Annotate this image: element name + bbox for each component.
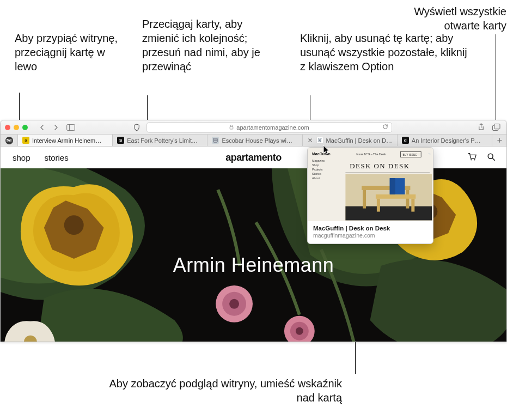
share-button[interactable] (475, 123, 487, 132)
svg-rect-2 (230, 126, 234, 129)
toolbar: apartamentomagazine.com (1, 120, 506, 135)
search-icon[interactable] (487, 153, 496, 163)
minimize-window-button[interactable] (14, 125, 19, 130)
tab-overview-button[interactable] (490, 123, 502, 132)
svg-text:Stories: Stories (312, 172, 321, 175)
tab-label: An Interior Designer's P… (412, 137, 487, 144)
site-nav-shop[interactable]: shop (13, 153, 30, 162)
forward-button[interactable] (51, 123, 62, 132)
svg-text:Projects: Projects (312, 168, 323, 171)
svg-text:DESK ON DESK: DESK ON DESK (350, 162, 410, 170)
tab-preview-caption: MacGuffin | Desk on Desk macguffinmagazi… (308, 221, 433, 244)
fullscreen-window-button[interactable] (22, 125, 28, 130)
callout-line (496, 34, 496, 123)
callout-pin-tab: Aby przypiąć witrynę, przeciągnij kartę … (15, 31, 118, 74)
cursor-icon (323, 145, 331, 155)
sidebar-toggle-button[interactable] (65, 123, 77, 132)
close-tab-button[interactable] (307, 137, 314, 144)
svg-text:→: → (427, 152, 431, 156)
back-button[interactable] (36, 123, 47, 132)
svg-point-20 (296, 327, 303, 335)
privacy-report-button[interactable] (131, 123, 142, 132)
svg-point-17 (229, 299, 239, 309)
svg-point-9 (474, 159, 475, 160)
tab[interactable]: S East Fork Pottery's Limit… (113, 135, 207, 146)
callout-tab-preview: Aby zobaczyć podgląd witryny, umieść wsk… (108, 376, 342, 405)
close-window-button[interactable] (5, 125, 10, 130)
svg-rect-40 (376, 194, 416, 199)
tab[interactable]: M MacGuffin | Desk on De… (303, 135, 398, 146)
svg-text:Issue Nº 9 – The Desk: Issue Nº 9 – The Desk (356, 153, 386, 156)
tab-preview-thumbnail: MacGuffin Magazine Shop Projects Stories… (308, 148, 433, 221)
callout-close-tab: Kliknij, aby usunąć tę kartę; aby usunąć… (300, 31, 474, 74)
svg-text:Magazine: Magazine (312, 159, 325, 162)
tab-label: MacGuffin | Desk on De… (326, 137, 393, 144)
svg-point-8 (471, 159, 472, 160)
hero-title: Armin Heinemann (173, 254, 334, 277)
tab[interactable]: d An Interior Designer's P… (398, 135, 492, 146)
reload-button[interactable] (382, 124, 388, 131)
callout-show-all-tabs: Wyświetl wszystkie otwarte karty (376, 4, 506, 33)
svg-text:BUY ISSUE: BUY ISSUE (402, 154, 417, 156)
svg-rect-42 (411, 199, 414, 212)
site-brand[interactable]: apartamento (225, 152, 282, 163)
pinned-tab[interactable]: fvl (1, 135, 18, 146)
tab[interactable]: a Interview Armin Heinem… (18, 135, 113, 146)
tab-label: East Fork Pottery's Limit… (127, 137, 203, 144)
tab-label: Escobar House Plays wi… (222, 137, 297, 144)
tab-favicon: a (22, 137, 29, 144)
window-controls (5, 125, 28, 130)
site-nav-stories[interactable]: stories (45, 153, 69, 162)
new-tab-button[interactable] (492, 135, 506, 146)
tab-favicon (212, 137, 219, 144)
svg-text:Shop: Shop (312, 163, 319, 167)
tab[interactable]: Escobar House Plays wi… (207, 135, 302, 146)
tab-favicon: d (402, 137, 409, 144)
cart-icon[interactable] (467, 153, 477, 163)
svg-rect-4 (494, 124, 499, 129)
svg-rect-38 (363, 190, 366, 209)
tab-preview-title: MacGuffin | Desk on Desk (313, 225, 427, 232)
tab-favicon: S (117, 137, 124, 144)
svg-line-11 (492, 158, 494, 160)
tab-bar: fvl a Interview Armin Heinem… S East For… (1, 135, 506, 147)
svg-text:About: About (312, 176, 320, 180)
url-field[interactable]: apartamentomagazine.com (146, 122, 392, 133)
url-text: apartamentomagazine.com (236, 124, 309, 131)
svg-rect-44 (390, 178, 395, 194)
svg-rect-39 (406, 190, 409, 209)
svg-rect-41 (377, 199, 380, 212)
tab-label: Interview Armin Heinem… (32, 137, 108, 144)
tab-preview-popover: MacGuffin Magazine Shop Projects Stories… (307, 147, 433, 244)
svg-rect-36 (345, 206, 432, 221)
tab-preview-domain: macguffinmagazine.com (313, 232, 427, 239)
svg-point-13 (64, 215, 84, 235)
tab-favicon: M (316, 137, 323, 144)
lock-icon (229, 124, 234, 131)
callout-drag-tabs: Przeciągaj karty, aby zmienić ich kolejn… (142, 17, 278, 74)
svg-rect-0 (67, 124, 75, 130)
pinned-tab-favicon: fvl (5, 137, 13, 144)
